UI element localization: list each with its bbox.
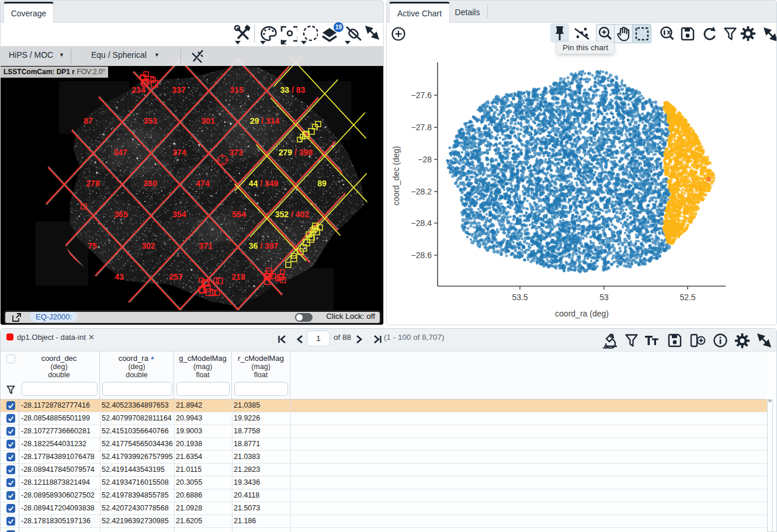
svg-text:−28.6: −28.6	[411, 251, 432, 260]
svg-text:350: 350	[143, 179, 157, 188]
svg-text:43: 43	[115, 272, 124, 281]
svg-text:89: 89	[317, 179, 327, 188]
svg-text:365: 365	[114, 210, 128, 219]
svg-text:coord_ra (deg): coord_ra (deg)	[555, 309, 609, 318]
svg-text:33 / 83: 33 / 83	[280, 85, 306, 95]
svg-text:−27.8: −27.8	[411, 123, 432, 132]
svg-text:−28: −28	[418, 155, 432, 164]
svg-text:−27.6: −27.6	[411, 91, 432, 100]
svg-text:278: 278	[86, 179, 100, 188]
svg-text:279 / 398: 279 / 398	[279, 148, 313, 157]
svg-text:554: 554	[232, 210, 246, 219]
svg-text:44 / 349: 44 / 349	[249, 179, 279, 188]
svg-text:−28.2: −28.2	[411, 187, 432, 196]
svg-text:354: 354	[172, 210, 186, 219]
svg-text:315: 315	[230, 85, 244, 95]
svg-text:373: 373	[229, 148, 243, 157]
svg-text:53: 53	[599, 293, 609, 302]
svg-text:257: 257	[169, 272, 183, 281]
svg-text:36 / 397: 36 / 397	[249, 241, 279, 251]
svg-text:337: 337	[172, 85, 186, 95]
svg-text:53.5: 53.5	[512, 293, 528, 302]
svg-text:301: 301	[201, 116, 215, 126]
svg-text:474: 474	[196, 179, 210, 188]
svg-text:347: 347	[113, 148, 127, 157]
svg-text:29 / 314: 29 / 314	[250, 116, 280, 126]
svg-text:75: 75	[88, 241, 97, 251]
svg-text:302: 302	[141, 241, 155, 251]
svg-text:218: 218	[231, 272, 245, 281]
svg-text:352 / 402: 352 / 402	[275, 210, 310, 219]
svg-text:374: 374	[172, 148, 186, 157]
svg-text:−28.4: −28.4	[411, 218, 432, 228]
svg-text:coord_dec (deg): coord_dec (deg)	[391, 146, 401, 206]
svg-text:52.5: 52.5	[679, 293, 695, 302]
svg-text:87: 87	[84, 116, 93, 126]
svg-text:353: 353	[143, 116, 157, 126]
svg-text:371: 371	[199, 241, 213, 251]
